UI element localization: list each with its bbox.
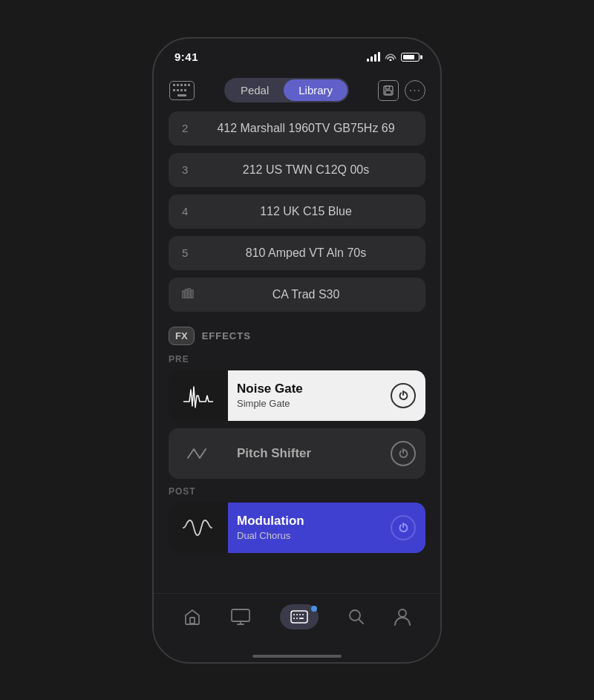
home-icon bbox=[183, 609, 201, 625]
cab-item-3[interactable]: 3 212 US TWN C12Q 00s bbox=[169, 153, 425, 187]
svg-rect-8 bbox=[232, 609, 249, 621]
noise-gate-title: Noise Gate bbox=[237, 382, 372, 396]
cab-item-5[interactable]: 5 810 Amped VT Aln 70s bbox=[169, 236, 425, 270]
tab-library[interactable]: Library bbox=[284, 79, 347, 101]
effects-section: FX EFFECTS PRE Noise Gate Simple Gate bbox=[169, 327, 425, 575]
effect-card-modulation[interactable]: Modulation Dual Chorus bbox=[169, 503, 425, 553]
modulation-name-area: Modulation Dual Chorus bbox=[228, 503, 381, 553]
nav-bar: Pedal Library ··· bbox=[154, 71, 440, 111]
modulation-power-button[interactable] bbox=[391, 515, 416, 540]
tab-pedal[interactable]: Pedal bbox=[226, 79, 284, 101]
svg-rect-3 bbox=[183, 291, 185, 298]
phone-frame: 9:41 bbox=[152, 37, 442, 664]
svg-point-18 bbox=[399, 609, 406, 617]
nav-item-monitor[interactable] bbox=[222, 606, 259, 628]
monitor-icon bbox=[231, 609, 250, 625]
status-bar: 9:41 bbox=[154, 39, 440, 71]
cab-name: 412 Marshall 1960TV GB75Hz 69 bbox=[200, 122, 412, 135]
cab-number: 2 bbox=[182, 122, 200, 134]
noise-gate-power-button[interactable] bbox=[391, 383, 416, 408]
nav-item-keyboard[interactable] bbox=[271, 601, 327, 632]
cab-item-ca[interactable]: CA Trad S30 bbox=[169, 278, 425, 312]
effect-card-noise-gate[interactable]: Noise Gate Simple Gate bbox=[169, 370, 425, 421]
keyboard-icon bbox=[290, 610, 308, 624]
pitch-shifter-power-button[interactable] bbox=[391, 441, 416, 466]
fx-badge: FX bbox=[169, 327, 195, 345]
home-indicator bbox=[154, 647, 440, 662]
signal-icon bbox=[367, 53, 380, 62]
noise-gate-name-area: Noise Gate Simple Gate bbox=[228, 370, 381, 421]
modulation-subtitle: Dual Chorus bbox=[237, 530, 372, 541]
cab-item-4[interactable]: 4 112 UK C15 Blue bbox=[169, 194, 425, 229]
bottom-nav bbox=[154, 593, 440, 647]
nav-item-home[interactable] bbox=[174, 606, 210, 628]
pre-label: PRE bbox=[169, 354, 425, 364]
cab-number: 5 bbox=[182, 246, 200, 259]
bluetooth-dot bbox=[311, 606, 317, 612]
cab-number: 4 bbox=[182, 205, 200, 217]
svg-rect-5 bbox=[189, 288, 191, 298]
noise-gate-subtitle: Simple Gate bbox=[237, 398, 372, 409]
cab-list: 2 412 Marshall 1960TV GB75Hz 69 3 212 US… bbox=[169, 111, 425, 312]
cab-name: CA Trad S30 bbox=[200, 288, 412, 301]
nav-item-search[interactable] bbox=[339, 606, 373, 628]
effect-card-pitch-shifter[interactable]: Pitch Shifter bbox=[169, 428, 425, 479]
battery-icon bbox=[401, 53, 420, 62]
svg-rect-2 bbox=[385, 91, 391, 94]
tab-container: Pedal Library bbox=[224, 78, 349, 102]
pitch-shifter-name-area: Pitch Shifter bbox=[228, 428, 381, 479]
modulation-title: Modulation bbox=[237, 514, 372, 529]
modulation-icon-area bbox=[169, 503, 228, 553]
status-icons bbox=[367, 51, 420, 63]
svg-rect-4 bbox=[186, 290, 188, 298]
post-label: POST bbox=[169, 486, 425, 497]
svg-rect-1 bbox=[385, 86, 389, 89]
bars-icon bbox=[182, 288, 200, 301]
cab-name: 212 US TWN C12Q 00s bbox=[200, 163, 412, 177]
noise-gate-icon-area bbox=[169, 370, 228, 421]
modulation-power-area bbox=[381, 503, 425, 553]
cab-number: 3 bbox=[182, 163, 200, 176]
svg-rect-9 bbox=[291, 611, 307, 623]
status-time: 9:41 bbox=[174, 50, 198, 63]
search-icon bbox=[348, 609, 365, 625]
cab-name: 810 Amped VT Aln 70s bbox=[200, 246, 412, 260]
svg-rect-6 bbox=[192, 290, 194, 298]
svg-rect-7 bbox=[190, 618, 195, 624]
save-button[interactable] bbox=[378, 80, 399, 101]
pitch-shifter-power-area bbox=[381, 428, 425, 479]
pitch-shifter-icon-area bbox=[169, 428, 228, 479]
wifi-icon bbox=[385, 51, 396, 63]
effects-label: EFFECTS bbox=[202, 330, 251, 341]
cab-item-2[interactable]: 2 412 Marshall 1960TV GB75Hz 69 bbox=[169, 111, 425, 145]
keyboard-nav-icon[interactable] bbox=[169, 77, 195, 104]
pitch-shifter-title: Pitch Shifter bbox=[237, 446, 372, 461]
nav-item-profile[interactable] bbox=[385, 605, 420, 629]
profile-icon bbox=[394, 608, 411, 626]
cab-name: 112 UK C15 Blue bbox=[200, 205, 412, 218]
home-bar bbox=[252, 655, 342, 658]
scroll-content[interactable]: 2 412 Marshall 1960TV GB75Hz 69 3 212 US… bbox=[154, 111, 440, 593]
more-button[interactable]: ··· bbox=[405, 80, 425, 101]
noise-gate-power-area bbox=[381, 370, 425, 421]
effects-header: FX EFFECTS bbox=[169, 327, 425, 345]
